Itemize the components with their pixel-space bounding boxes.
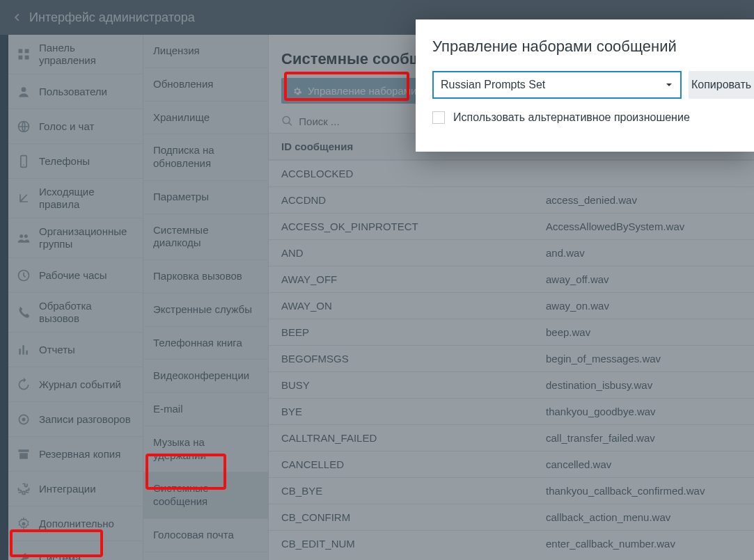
- sidebar-item[interactable]: Рабочие часы: [8, 258, 143, 293]
- cell-file-name: callback_action_menu.wav: [533, 504, 754, 530]
- subsidebar-item[interactable]: Голосовая почта: [143, 519, 268, 552]
- cell-message-id: ACCESS_OK_PINPROTECT: [269, 214, 533, 239]
- sidebar-item[interactable]: Обработка вызовов: [8, 293, 143, 333]
- table-row[interactable]: BUSYdestination_isbusy.wav: [269, 371, 754, 398]
- sidebar-item[interactable]: Голос и чат: [8, 109, 143, 144]
- sidebar-item-label: Система: [39, 552, 81, 561]
- collapsed-rail: [0, 35, 8, 560]
- table-row[interactable]: ANDand.wav: [269, 239, 754, 266]
- subsidebar-item[interactable]: Парковка вызовов: [143, 260, 268, 294]
- subsidebar-item[interactable]: Системные сообщения: [143, 472, 268, 519]
- manage-sets-button[interactable]: Управление наборами: [281, 78, 428, 104]
- subsidebar-item[interactable]: Параметры: [143, 181, 268, 214]
- svg-rect-1: [25, 49, 29, 54]
- table-row[interactable]: ACCESS_OK_PINPROTECTAccessAllowedBySyste…: [269, 213, 754, 239]
- cell-file-name: [533, 161, 754, 186]
- subsidebar-item[interactable]: Подписка на обновления: [143, 134, 268, 181]
- app-title: Интерфейс администратора: [29, 10, 195, 25]
- archive-icon: [17, 447, 31, 461]
- chevron-down-icon: [665, 81, 673, 89]
- sidebar-item[interactable]: Телефоны: [8, 144, 143, 179]
- sidebar-item[interactable]: Записи разговоров: [8, 402, 143, 437]
- subsidebar-item[interactable]: Телефонная книга: [143, 327, 268, 360]
- subsidebar-item[interactable]: Лицензия: [143, 35, 268, 68]
- svg-point-4: [22, 87, 26, 92]
- table-row[interactable]: AWAY_ONaway_on.wav: [269, 292, 754, 319]
- table-row[interactable]: CB_BYEthankyou_callback_confirmed.wav: [269, 477, 754, 504]
- subsidebar-item[interactable]: Системные диалкоды: [143, 214, 268, 261]
- prompt-set-selected: Russian Prompts Set: [441, 79, 545, 91]
- sidebar-item-label: Отчеты: [39, 344, 75, 356]
- sidebar-item-label: Дополнительно: [39, 518, 114, 530]
- cell-message-id: BEEP: [269, 319, 533, 345]
- sidebar-item[interactable]: Пользователи: [8, 74, 143, 109]
- table-row[interactable]: CB_EDIT_NUMenter_callback_number.wav: [269, 530, 754, 557]
- cell-file-name: away_off.wav: [533, 266, 754, 292]
- sidebar-item[interactable]: Резервная копия: [8, 437, 143, 472]
- history-icon: [17, 378, 31, 392]
- copy-button[interactable]: Копировать: [689, 71, 754, 99]
- sidebar-item-label: Исходящие правила: [39, 186, 134, 211]
- sidebar-item[interactable]: Исходящие правила: [8, 179, 143, 218]
- table-row[interactable]: AWAY_OFFaway_off.wav: [269, 266, 754, 292]
- manage-sets-modal: Управление наборами сообщений Russian Pr…: [416, 19, 754, 152]
- wrench-icon: [17, 552, 31, 561]
- checkbox-box: [432, 111, 445, 124]
- sidebar-item-label: Рабочие часы: [39, 269, 107, 282]
- gear-icon: [292, 86, 302, 96]
- table-row[interactable]: CB_CONFIRMcallback_action_menu.wav: [269, 504, 754, 530]
- sidebar-item-label: Записи разговоров: [39, 413, 131, 426]
- subsidebar-item[interactable]: Видеоконференции: [143, 360, 268, 393]
- sidebar-item[interactable]: Отчеты: [8, 333, 143, 367]
- messages-table: ID сообщения ACCBLOCKEDACCDNDaccess_deni…: [269, 133, 754, 560]
- sidebar-item-label: Телефоны: [39, 155, 90, 168]
- subsidebar-item[interactable]: Обновления: [143, 68, 268, 102]
- manage-sets-label: Управление наборами: [308, 85, 417, 97]
- gear-icon: [17, 517, 31, 531]
- cell-message-id: CANCELLED: [269, 451, 533, 477]
- subsidebar-item[interactable]: Экстренные службы: [143, 294, 268, 327]
- sidebar-item[interactable]: Организационные группы: [8, 218, 143, 258]
- subsidebar-item[interactable]: Музыка на удержании: [143, 426, 268, 473]
- table-row[interactable]: BEEPbeep.wav: [269, 319, 754, 345]
- cell-message-id: CALLTRAN_FAILED: [269, 425, 533, 451]
- prompt-set-select[interactable]: Russian Prompts Set: [432, 71, 682, 99]
- table-row[interactable]: CANCELLEDcancelled.wav: [269, 451, 754, 477]
- cell-file-name: and.wav: [533, 240, 754, 266]
- subsidebar-item[interactable]: Хранилище: [143, 102, 268, 135]
- user-icon: [17, 85, 31, 99]
- cell-file-name: thankyou_goodbye.wav: [533, 399, 754, 424]
- sidebar-item[interactable]: Панель управления: [8, 35, 143, 74]
- table-row[interactable]: BEGOFMSGSbegin_of_messages.wav: [269, 345, 754, 371]
- dashboard-icon: [17, 47, 31, 61]
- sidebar-item[interactable]: Журнал событий: [8, 367, 143, 402]
- back-icon[interactable]: [13, 13, 22, 22]
- table-row[interactable]: CALLTRAN_FAILEDcall_transfer_failed.wav: [269, 424, 754, 451]
- report-icon: [17, 343, 31, 357]
- sidebar-item-label: Пользователи: [39, 86, 107, 98]
- svg-point-7: [23, 164, 24, 166]
- checkbox-label: Использовать альтернативное произношение: [453, 111, 690, 124]
- clock-icon: [17, 269, 31, 282]
- svg-line-15: [289, 122, 292, 125]
- alt-pronunciation-checkbox[interactable]: Использовать альтернативное произношение: [416, 99, 754, 124]
- subsidebar-item[interactable]: E-mail: [143, 393, 268, 426]
- sidebar-item-label: Обработка вызовов: [39, 300, 134, 325]
- table-row[interactable]: ACCDNDaccess_denied.wav: [269, 186, 754, 213]
- cell-message-id: CB_CONFIRM: [269, 504, 533, 530]
- table-row[interactable]: BYEthankyou_goodbye.wav: [269, 398, 754, 424]
- cell-file-name: begin_of_messages.wav: [533, 346, 754, 371]
- sidebar-item-label: Голос и чат: [39, 120, 94, 133]
- modal-select-row: Russian Prompts Set Копировать: [416, 71, 754, 99]
- cell-file-name: thankyou_callback_confirmed.wav: [533, 478, 754, 504]
- sidebar-item[interactable]: Система: [8, 541, 143, 560]
- table-row[interactable]: ACCBLOCKED: [269, 160, 754, 186]
- sidebar-item-label: Организационные группы: [39, 225, 134, 250]
- cell-file-name: AccessAllowedBySystem.wav: [533, 214, 754, 239]
- sidebar-item-label: Журнал событий: [39, 378, 121, 391]
- cell-message-id: BUSY: [269, 372, 533, 398]
- svg-point-8: [19, 234, 23, 238]
- cell-file-name: call_transfer_failed.wav: [533, 425, 754, 451]
- sidebar-item[interactable]: Интеграции: [8, 472, 143, 506]
- sidebar-item[interactable]: Дополнительно: [8, 506, 143, 541]
